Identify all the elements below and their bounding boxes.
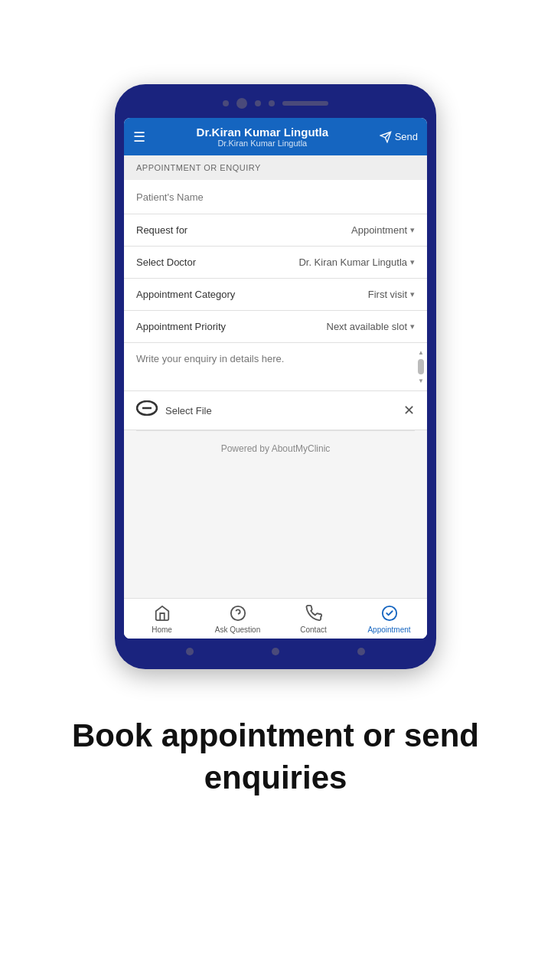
- nav-contact-label: Contact: [300, 626, 326, 634]
- request-for-chevron-icon: ▾: [410, 225, 415, 235]
- phone-bottom-btn-1: [186, 648, 194, 655]
- nav-appointment[interactable]: Appointment: [351, 599, 427, 639]
- ask-question-icon: [230, 605, 246, 624]
- enquiry-field[interactable]: ▲ ▼: [124, 343, 427, 391]
- patient-name-input[interactable]: [136, 191, 415, 203]
- send-button[interactable]: Send: [380, 131, 418, 143]
- phone-camera: [236, 98, 247, 109]
- appointment-priority-chevron-icon: ▾: [410, 322, 415, 332]
- request-for-value: Appointment: [351, 224, 407, 236]
- appointment-category-field[interactable]: Appointment Category First visit ▾: [124, 279, 427, 311]
- appointment-priority-value-container[interactable]: Next available slot ▾: [327, 321, 416, 332]
- nav-contact[interactable]: Contact: [276, 599, 351, 639]
- send-icon: [380, 131, 392, 143]
- phone-bottom-btn-3: [357, 648, 365, 655]
- nav-home-label: Home: [152, 626, 172, 634]
- contact-icon: [305, 605, 322, 624]
- select-doctor-value-container[interactable]: Dr. Kiran Kumar Lingutla ▾: [298, 256, 415, 268]
- app-header: ☰ Dr.Kiran Kumar Lingutla Dr.Kiran Kumar…: [124, 118, 427, 155]
- caption: Book appointment or send enquiries: [0, 715, 551, 799]
- form-section: APPOINTMENT OR ENQUIRY Request for Appoi…: [124, 155, 427, 639]
- header-title: Dr.Kiran Kumar Lingutla: [153, 126, 372, 139]
- spacer: [124, 466, 427, 598]
- send-label: Send: [395, 131, 418, 142]
- scroll-down-icon: ▼: [418, 377, 424, 384]
- powered-by: Powered by AboutMyClinic: [124, 431, 427, 466]
- appointment-priority-label: Appointment Priority: [136, 321, 226, 332]
- phone-bottom-btn-2: [272, 648, 279, 655]
- select-doctor-chevron-icon: ▾: [410, 257, 415, 267]
- phone-shell: ☰ Dr.Kiran Kumar Lingutla Dr.Kiran Kumar…: [115, 84, 436, 669]
- select-doctor-value: Dr. Kiran Kumar Lingutla: [298, 256, 407, 268]
- section-label: APPOINTMENT OR ENQUIRY: [124, 155, 427, 180]
- select-file-label: Select File: [165, 405, 212, 416]
- scrollbar: ▲ ▼: [415, 343, 427, 390]
- request-for-field[interactable]: Request for Appointment ▾: [124, 214, 427, 247]
- nav-home[interactable]: Home: [124, 599, 200, 639]
- phone-speaker: [282, 101, 328, 106]
- appointment-priority-value: Next available slot: [327, 321, 408, 332]
- phone-dot-2: [255, 100, 261, 106]
- enquiry-textarea[interactable]: [124, 343, 410, 389]
- appointment-priority-field[interactable]: Appointment Priority Next available slot…: [124, 311, 427, 343]
- select-file-left: Select File: [136, 400, 212, 420]
- header-subtitle: Dr.Kiran Kumar Lingutla: [153, 139, 372, 148]
- scroll-thumb: [418, 359, 424, 374]
- appointment-category-label: Appointment Category: [136, 289, 235, 300]
- appointment-category-chevron-icon: ▾: [410, 289, 415, 299]
- scroll-up-icon: ▲: [418, 349, 424, 356]
- request-for-label: Request for: [136, 224, 187, 236]
- hamburger-menu-icon[interactable]: ☰: [133, 130, 145, 144]
- phone-top-bar: [124, 98, 427, 109]
- select-file-row[interactable]: Select File ✕: [124, 391, 427, 430]
- paperclip-icon: [136, 400, 158, 420]
- phone-bottom-bar: [124, 648, 427, 655]
- close-icon[interactable]: ✕: [403, 402, 415, 419]
- nav-ask-question-label: Ask Question: [215, 626, 260, 634]
- nav-appointment-label: Appointment: [367, 626, 410, 634]
- home-icon: [154, 605, 171, 624]
- select-doctor-field[interactable]: Select Doctor Dr. Kiran Kumar Lingutla ▾: [124, 247, 427, 279]
- phone-dot-3: [269, 100, 275, 106]
- attachment-icon: [136, 400, 158, 416]
- appointment-category-value: First visit: [368, 289, 407, 300]
- nav-ask-question[interactable]: Ask Question: [200, 599, 276, 639]
- header-titles: Dr.Kiran Kumar Lingutla Dr.Kiran Kumar L…: [153, 126, 372, 148]
- appointment-category-value-container[interactable]: First visit ▾: [368, 289, 415, 300]
- appointment-icon: [381, 605, 398, 624]
- phone-screen: ☰ Dr.Kiran Kumar Lingutla Dr.Kiran Kumar…: [124, 118, 427, 639]
- patient-name-field[interactable]: [124, 180, 427, 214]
- phone-dot-1: [223, 100, 229, 106]
- select-doctor-label: Select Doctor: [136, 256, 196, 268]
- request-for-value-container[interactable]: Appointment ▾: [351, 224, 415, 236]
- bottom-nav: Home Ask Question: [124, 598, 427, 639]
